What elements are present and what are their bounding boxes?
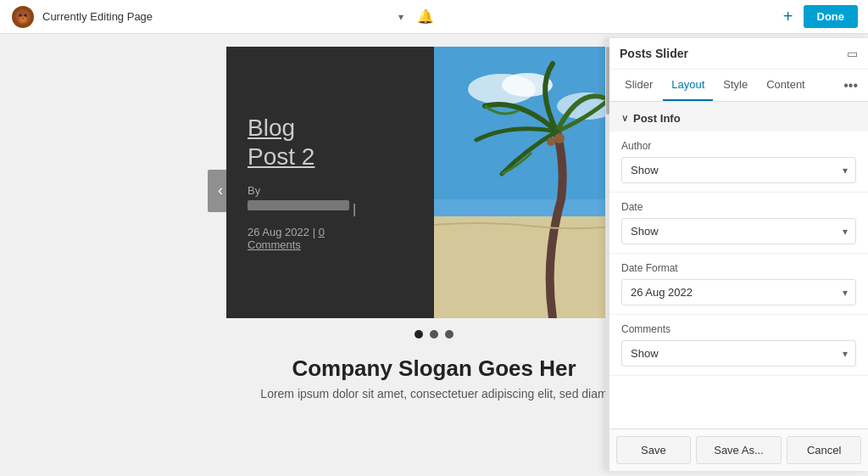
bottom-content: Company Slogan Goes Her Lorem ipsum dolo… bbox=[260, 356, 607, 400]
svg-point-15 bbox=[554, 133, 565, 143]
author-label: Author bbox=[621, 140, 856, 152]
lorem-text: Lorem ipsum dolor sit amet, consectetuer… bbox=[260, 387, 607, 400]
comments-label: Comments bbox=[621, 323, 856, 335]
slider-left-panel: BlogPost 2 By | 26 Aug 2022 | 0Comments bbox=[226, 47, 434, 318]
section-label: Post Info bbox=[633, 112, 681, 125]
slogan-text: Company Slogan Goes Her bbox=[260, 356, 607, 382]
comments-select-wrapper: Show Hide bbox=[621, 340, 856, 367]
svg-point-5 bbox=[19, 14, 22, 16]
author-field-group: Author Show Hide bbox=[609, 132, 868, 193]
author-select[interactable]: Show Hide bbox=[621, 157, 856, 183]
bell-icon[interactable]: 🔔 bbox=[417, 8, 434, 25]
svg-point-16 bbox=[547, 137, 555, 146]
tab-slider[interactable]: Slider bbox=[616, 70, 661, 101]
chevron-down-icon[interactable]: ▾ bbox=[398, 11, 403, 23]
logo-icon bbox=[10, 4, 36, 30]
comments-field-group: Comments Show Hide bbox=[609, 315, 868, 376]
date-field-group: Date Show Hide bbox=[609, 193, 868, 254]
minimize-icon[interactable]: ▭ bbox=[847, 47, 858, 60]
date-format-select-wrapper: 26 Aug 2022 Aug 26 2022 2022-08-26 bbox=[621, 279, 856, 305]
svg-point-8 bbox=[22, 18, 24, 20]
save-button[interactable]: Save bbox=[616, 436, 691, 464]
slider: BlogPost 2 By | 26 Aug 2022 | 0Comments bbox=[226, 47, 642, 318]
cancel-button[interactable]: Cancel bbox=[787, 436, 861, 464]
author-separator: | bbox=[353, 202, 356, 217]
slider-dots bbox=[226, 330, 642, 339]
author-select-wrapper: Show Hide bbox=[621, 157, 856, 183]
widget-tabs: Slider Layout Style Content ••• bbox=[609, 70, 868, 102]
header: Currently Editing Page ▾ 🔔 + Done bbox=[0, 0, 868, 34]
tab-content[interactable]: Content bbox=[758, 70, 814, 101]
widget-header: Posts Slider ▭ bbox=[609, 38, 868, 70]
scrollbar-thumb[interactable] bbox=[606, 47, 609, 115]
more-options-icon[interactable]: ••• bbox=[840, 71, 861, 100]
widget-footer: Save Save As... Cancel bbox=[609, 428, 868, 471]
add-button[interactable]: + bbox=[783, 7, 793, 26]
slider-date: 26 Aug 2022 | 0Comments bbox=[248, 226, 413, 251]
date-label: Date bbox=[621, 201, 856, 213]
date-select[interactable]: Show Hide bbox=[621, 218, 856, 244]
save-as-button[interactable]: Save As... bbox=[696, 436, 782, 464]
widget-panel: Posts Slider ▭ Slider Layout Style Conte… bbox=[605, 38, 868, 471]
dot-1[interactable] bbox=[415, 330, 423, 339]
scrollbar[interactable] bbox=[606, 38, 609, 471]
section-chevron-icon: ∨ bbox=[621, 113, 628, 124]
main-area: ‹ BlogPost 2 By | 26 Aug 2022 | 0Comment… bbox=[0, 34, 868, 476]
slider-post-title: BlogPost 2 bbox=[248, 114, 413, 171]
dot-2[interactable] bbox=[430, 330, 438, 339]
done-button[interactable]: Done bbox=[804, 5, 859, 28]
tab-layout[interactable]: Layout bbox=[663, 70, 713, 101]
dot-3[interactable] bbox=[445, 330, 453, 339]
date-format-field-group: Date Format 26 Aug 2022 Aug 26 2022 2022… bbox=[609, 254, 868, 315]
svg-point-6 bbox=[25, 14, 27, 16]
date-format-select[interactable]: 26 Aug 2022 Aug 26 2022 2022-08-26 bbox=[621, 279, 856, 305]
date-format-label: Date Format bbox=[621, 262, 856, 274]
tab-style[interactable]: Style bbox=[715, 70, 756, 101]
slider-by-label: By bbox=[248, 184, 413, 197]
author-bar bbox=[248, 200, 349, 210]
header-title: Currently Editing Page bbox=[42, 10, 392, 23]
comments-select[interactable]: Show Hide bbox=[621, 340, 856, 367]
date-select-wrapper: Show Hide bbox=[621, 218, 856, 244]
widget-title: Posts Slider bbox=[620, 47, 688, 60]
section-post-info[interactable]: ∨ Post Info bbox=[609, 102, 868, 132]
widget-body: ∨ Post Info Author Show Hide Date bbox=[609, 102, 868, 428]
